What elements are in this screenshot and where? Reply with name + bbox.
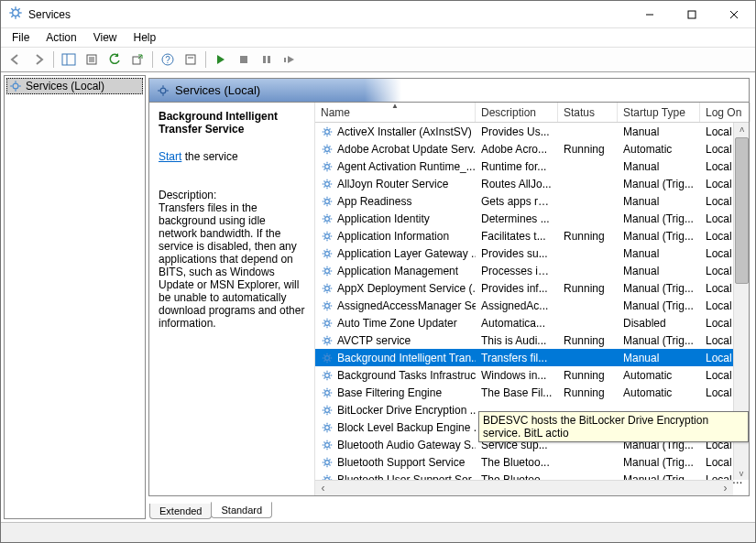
cell-status: Running — [558, 334, 618, 347]
table-row[interactable]: Application InformationFacilitates t...R… — [315, 227, 749, 244]
svg-line-160 — [324, 354, 325, 355]
start-service-button[interactable] — [210, 49, 232, 70]
svg-line-81 — [324, 203, 325, 204]
services-list: Name ▲ Description Status Startup Type L… — [314, 103, 749, 495]
svg-line-206 — [329, 447, 330, 448]
cell-name: Application Management — [337, 265, 458, 277]
table-row[interactable]: Base Filtering EngineThe Base Fil...Runn… — [315, 384, 749, 401]
titlebar: Services — [1, 1, 755, 28]
column-header-logon[interactable]: Log On — [700, 103, 751, 122]
cell-description: Provides Us... — [476, 125, 558, 138]
cell-description: Adobe Acro... — [476, 143, 558, 156]
properties2-button[interactable] — [180, 49, 202, 70]
column-header-status[interactable]: Status — [558, 103, 618, 122]
cell-name: App Readiness — [337, 195, 411, 208]
close-button[interactable] — [713, 1, 755, 28]
svg-line-125 — [329, 290, 330, 291]
show-hide-tree-button[interactable] — [58, 49, 80, 70]
refresh-button[interactable] — [104, 49, 126, 70]
service-icon — [321, 230, 334, 243]
cell-name: Base Filtering Engine — [337, 386, 442, 399]
table-row[interactable]: Background Tasks Infrastruc...Windows in… — [315, 366, 749, 384]
menu-view[interactable]: View — [86, 29, 125, 46]
scroll-right-icon[interactable]: › — [718, 482, 733, 494]
menu-help[interactable]: Help — [126, 29, 164, 46]
svg-point-146 — [325, 338, 330, 342]
table-row[interactable]: Application Layer Gateway ...Provides su… — [315, 244, 749, 262]
svg-point-101 — [325, 251, 330, 255]
cell-startup: Manual (Trig... — [618, 212, 700, 225]
cell-startup: Automatic — [618, 369, 700, 382]
svg-line-72 — [324, 186, 325, 187]
scroll-thumb[interactable] — [735, 137, 749, 284]
table-row[interactable]: AssignedAccessManager Se...AssignedAc...… — [315, 297, 749, 314]
table-row[interactable]: AppX Deployment Service (...Provides inf… — [315, 279, 749, 297]
svg-line-88 — [324, 215, 325, 216]
cell-startup: Manual (Trig... — [618, 456, 700, 469]
svg-point-74 — [325, 199, 330, 203]
pause-service-button[interactable] — [256, 49, 278, 70]
table-row[interactable]: Auto Time Zone UpdaterAutomatica...Disab… — [315, 314, 749, 331]
table-row[interactable]: AVCTP serviceThis is Audi...RunningManua… — [315, 331, 749, 349]
svg-line-82 — [329, 198, 330, 199]
maximize-button[interactable] — [671, 1, 713, 28]
column-header-name[interactable]: Name ▲ — [315, 103, 476, 122]
svg-line-216 — [324, 464, 325, 465]
tab-standard[interactable]: Standard — [211, 502, 272, 518]
scroll-down-icon[interactable]: v — [740, 469, 744, 478]
cell-name: AVCTP service — [337, 334, 411, 347]
column-header-startup[interactable]: Startup Type — [618, 103, 700, 122]
forward-button[interactable] — [27, 49, 49, 70]
svg-line-188 — [329, 412, 330, 413]
service-icon — [321, 404, 334, 417]
svg-line-152 — [329, 342, 330, 343]
svg-line-189 — [324, 412, 325, 413]
help-button[interactable]: ? — [157, 49, 179, 70]
tree-pane: Services (Local) — [4, 75, 146, 519]
svg-line-217 — [329, 459, 330, 460]
svg-line-54 — [324, 151, 325, 152]
back-button[interactable] — [5, 49, 27, 70]
tree-node-services-local[interactable]: Services (Local) — [6, 78, 143, 94]
svg-point-191 — [325, 425, 330, 429]
svg-line-135 — [324, 308, 325, 309]
sort-ascending-icon: ▲ — [391, 102, 399, 110]
table-row[interactable]: Agent Activation Runtime_...Runtime for.… — [315, 157, 749, 175]
table-row[interactable]: Application ManagementProcesses in...Man… — [315, 262, 749, 279]
toolbar: ? — [1, 47, 755, 72]
table-row[interactable]: Adobe Acrobat Update Serv...Adobe Acro..… — [315, 140, 749, 157]
svg-line-118 — [329, 267, 330, 268]
svg-line-154 — [329, 337, 330, 338]
column-header-description[interactable]: Description — [476, 103, 558, 122]
tab-extended[interactable]: Extended — [149, 504, 212, 519]
svg-point-92 — [325, 233, 330, 238]
menu-file[interactable]: File — [5, 29, 37, 46]
table-row[interactable]: Application IdentityDetermines ...Manual… — [315, 210, 749, 227]
cell-startup: Manual (Trig... — [618, 334, 700, 347]
svg-point-128 — [325, 303, 330, 308]
table-row[interactable]: Bluetooth Support ServiceThe Bluetoo...M… — [315, 453, 749, 471]
scroll-up-icon[interactable]: ʌ — [740, 125, 744, 134]
svg-point-164 — [325, 373, 330, 377]
svg-point-155 — [325, 355, 330, 360]
export-button[interactable] — [126, 49, 148, 70]
menu-action[interactable]: Action — [38, 29, 83, 46]
stop-service-button[interactable] — [233, 49, 255, 70]
svg-line-55 — [329, 146, 330, 147]
table-row[interactable]: ActiveX Installer (AxInstSV)Provides Us.… — [315, 123, 749, 140]
cell-description: The Base Fil... — [476, 386, 558, 399]
cell-name: Agent Activation Runtime_... — [337, 160, 476, 173]
scroll-left-icon[interactable]: ‹ — [315, 482, 331, 494]
svg-line-162 — [324, 360, 325, 361]
properties-button[interactable] — [81, 49, 103, 70]
table-row[interactable]: App ReadinessGets apps re...ManualLocal … — [315, 192, 749, 210]
service-icon — [321, 421, 334, 434]
table-row[interactable]: AllJoyn Router ServiceRoutes AllJo...Man… — [315, 175, 749, 192]
content-header: Services (Local) — [149, 79, 749, 103]
minimize-button[interactable] — [629, 1, 671, 28]
start-service-link[interactable]: Start — [159, 150, 181, 163]
restart-service-button[interactable] — [279, 49, 301, 70]
table-row[interactable]: Background Intelligent Tran...Transfers … — [315, 349, 749, 366]
horizontal-scrollbar[interactable]: ‹ › — [315, 480, 733, 495]
service-icon — [321, 247, 334, 260]
